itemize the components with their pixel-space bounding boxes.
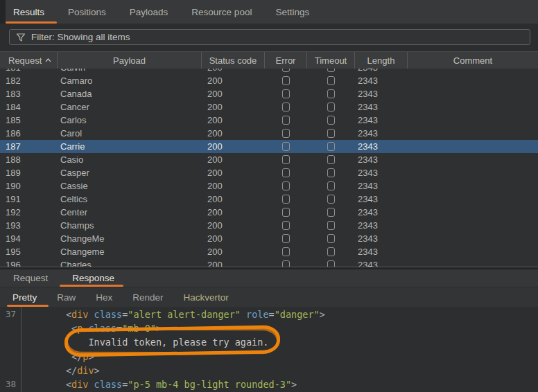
cell-error [265,87,307,100]
table-row[interactable]: 195 Changeme 200 2343 [0,245,538,258]
main-tab-bar: Results Positions Payloads Resource pool… [0,0,538,24]
filter-bar[interactable]: Filter: Showing all items [9,29,530,45]
timeout-checkbox [327,142,335,151]
table-row[interactable]: 185 Carlos 200 2343 [0,114,538,127]
code-line: <p class="mb-0"> [0,321,538,335]
table-row[interactable]: 192 Center 200 2343 [0,206,538,219]
cell-timeout [307,258,355,267]
cell-timeout [307,69,355,74]
tab-hackvertor[interactable]: Hackvertor [184,292,229,303]
timeout-checkbox [327,89,335,98]
table-row[interactable]: 184 Cancer 200 2343 [0,100,538,114]
cell-length: 2343 [355,140,408,153]
response-code-editor[interactable]: 37 <div class="alert alert-danger" role=… [0,307,538,392]
cell-length: 2343 [355,87,408,100]
cell-status-code: 200 [202,219,265,232]
cell-comment [408,245,538,258]
cell-request-number: 181 [0,69,58,74]
tab-raw[interactable]: Raw [57,292,76,303]
tab-resource-pool[interactable]: Resource pool [191,7,252,17]
table-row[interactable]: 190 Cassie 200 2343 [0,179,538,193]
table-row[interactable]: 194 ChangeMe 200 2343 [0,232,538,245]
cell-error [265,127,307,140]
column-header-timeout[interactable]: Timeout [307,52,355,69]
error-checkbox [282,208,290,217]
cell-payload: Carrie [58,140,202,153]
cell-length: 2343 [355,127,408,140]
cell-error [265,179,307,193]
column-header-length[interactable]: Length [355,52,408,69]
cell-status-code: 200 [202,245,265,258]
code-line: </p> [0,350,538,364]
cell-payload: ChangeMe [58,232,202,245]
cell-payload: Casio [58,153,202,166]
table-row[interactable]: 188 Casio 200 2343 [0,153,538,166]
cell-length: 2343 [355,232,408,245]
timeout-checkbox [327,247,335,256]
results-rows: 181 Calvin 200 2343 182 Camaro 200 2343 … [0,69,538,267]
cell-error [265,114,307,127]
tab-payloads[interactable]: Payloads [130,7,168,17]
tab-pretty[interactable]: Pretty [12,292,37,303]
timeout-checkbox [327,129,335,138]
error-checkbox [282,221,290,230]
cell-status-code: 200 [202,69,265,74]
line-number: 38 [0,377,21,391]
table-row[interactable]: 186 Carol 200 2343 [0,127,538,140]
code-text: <p class="mb-0"> [21,321,162,335]
cell-timeout [307,219,355,232]
tab-response[interactable]: Response [72,273,114,283]
table-row[interactable]: 183 Canada 200 2343 [0,87,538,100]
tab-hex[interactable]: Hex [96,292,112,303]
results-table-body[interactable]: 181 Calvin 200 2343 182 Camaro 200 2343 … [0,69,538,267]
cell-payload: Camaro [58,74,202,87]
table-row[interactable]: 187 Carrie 200 2343 [0,140,538,153]
cell-length: 2343 [355,69,408,74]
code-line: 38 <div class="p-5 mb-4 bg-light rounded… [0,377,538,391]
cell-payload: Cassie [58,179,202,193]
tab-results[interactable]: Results [13,7,44,17]
tab-settings[interactable]: Settings [275,7,309,17]
cell-timeout [307,193,355,206]
timeout-checkbox [327,103,335,112]
tab-request[interactable]: Request [13,273,48,283]
cell-comment [408,127,538,140]
tab-positions[interactable]: Positions [68,7,106,17]
column-header-request[interactable]: Request [0,52,58,69]
cell-comment [408,153,538,166]
cell-timeout [307,114,355,127]
table-row[interactable]: 181 Calvin 200 2343 [0,69,538,74]
timeout-checkbox [327,221,335,230]
column-header-comment[interactable]: Comment [408,52,538,69]
results-table-header: Request Payload Status code Error Timeou… [0,51,538,69]
cell-comment [408,206,538,219]
column-header-payload[interactable]: Payload [58,52,202,69]
error-checkbox [282,129,290,138]
cell-status-code: 200 [202,140,265,153]
error-checkbox [282,260,290,267]
column-header-error[interactable]: Error [265,52,307,69]
cell-request-number: 191 [0,193,58,206]
cell-comment [408,140,538,153]
timeout-checkbox [327,116,335,125]
table-row[interactable]: 191 Celtics 200 2343 [0,193,538,206]
table-row[interactable]: 182 Camaro 200 2343 [0,74,538,87]
cell-error [265,206,307,219]
timeout-checkbox [327,181,335,190]
cell-status-code: 200 [202,127,265,140]
column-header-status-code[interactable]: Status code [202,52,265,69]
table-row[interactable]: 196 Charles 200 2343 [0,258,538,267]
view-tab-bar: Pretty Raw Hex Render Hackvertor [0,287,538,307]
sort-ascending-icon [45,58,51,62]
cell-status-code: 200 [202,179,265,193]
table-row[interactable]: 193 Champs 200 2343 [0,219,538,232]
cell-payload: Center [58,206,202,219]
tab-render[interactable]: Render [132,292,163,303]
error-checkbox [282,168,290,177]
error-checkbox [282,155,290,164]
cell-payload: Calvin [58,69,202,74]
table-row[interactable]: 189 Casper 200 2343 [0,166,538,179]
cell-request-number: 187 [0,140,58,153]
line-number [0,350,21,364]
filter-label: Filter: Showing all items [31,32,130,42]
